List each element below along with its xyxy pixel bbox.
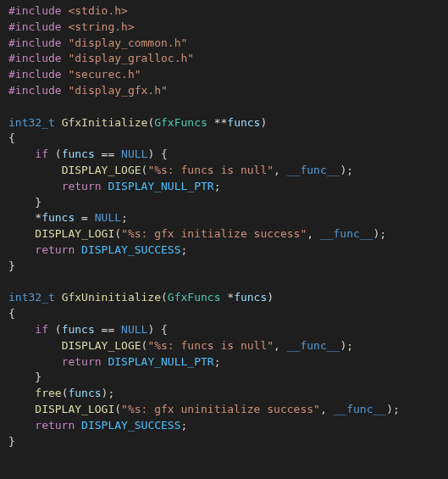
if-keyword: if [35, 148, 48, 160]
null-ptr-const: DISPLAY_NULL_PTR [108, 355, 213, 368]
free-arg: funcs [68, 387, 101, 399]
include-path: <string.h> [68, 20, 134, 33]
var: funcs [62, 323, 95, 336]
null: NULL [121, 323, 147, 336]
include-kw: #include [8, 68, 62, 81]
return-type: int32_t [8, 116, 55, 129]
return-kw: return [35, 419, 75, 432]
loge-macro: DISPLAY_LOGE [62, 339, 141, 352]
include-path: "display_common.h" [68, 36, 187, 49]
logi-macro: DISPLAY_LOGI [35, 227, 114, 240]
loge-fmt: "%s: funcs is null" [147, 164, 274, 176]
include-path: "display_gfx.h" [68, 84, 167, 97]
logi-fmt: "%s: gfx initialize success" [121, 227, 307, 240]
func-magic: __func__ [287, 339, 340, 352]
loge-fmt: "%s: funcs is null" [147, 339, 274, 352]
param-type: GfxFuncs [154, 116, 207, 129]
null: NULL [95, 211, 121, 224]
var: funcs [62, 148, 95, 160]
param-type: GfxFuncs [168, 291, 221, 304]
include-path: "display_gralloc.h" [68, 52, 194, 64]
function-name: GfxUninitialize [62, 291, 161, 304]
include-kw: #include [8, 4, 62, 17]
return-kw: return [35, 243, 75, 256]
func-magic: __func__ [334, 403, 387, 415]
include-kw: #include [8, 84, 62, 97]
include-kw: #include [8, 36, 62, 49]
return-kw: return [62, 180, 102, 192]
include-path: <stdio.h> [68, 4, 127, 17]
null: NULL [121, 148, 147, 160]
null-ptr-const: DISPLAY_NULL_PTR [108, 180, 213, 192]
success-const: DISPLAY_SUCCESS [81, 243, 180, 256]
include-kw: #include [8, 52, 62, 64]
include-kw: #include [8, 20, 62, 33]
func-magic: __func__ [320, 227, 373, 240]
var: funcs [41, 211, 75, 224]
logi-macro: DISPLAY_LOGI [35, 403, 114, 415]
logi-fmt: "%s: gfx uninitialize success" [121, 403, 320, 415]
return-kw: return [62, 355, 102, 368]
func-magic: __func__ [287, 164, 340, 176]
free-fn: free [35, 387, 61, 399]
param-name: funcs [227, 116, 260, 129]
if-keyword: if [35, 323, 48, 336]
param-name: funcs [234, 291, 267, 304]
code-block: #include <stdio.h> #include <string.h> #… [0, 0, 448, 453]
loge-macro: DISPLAY_LOGE [62, 164, 141, 176]
return-type: int32_t [8, 291, 55, 304]
function-name: GfxInitialize [62, 116, 148, 129]
include-path: "securec.h" [68, 68, 141, 81]
success-const: DISPLAY_SUCCESS [81, 419, 180, 432]
